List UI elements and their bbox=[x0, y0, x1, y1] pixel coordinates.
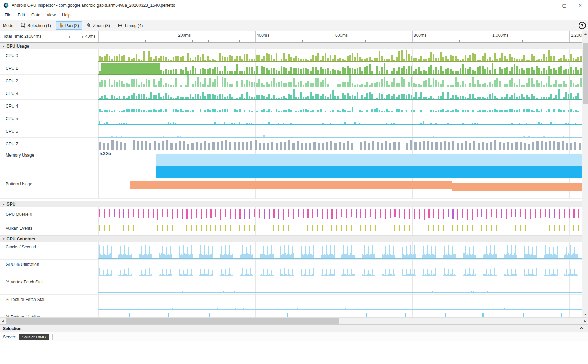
section-label: GPU Counters bbox=[7, 236, 35, 241]
track-row-memory-usage: Memory Usage5.3Gb bbox=[0, 150, 582, 179]
track-canvas-vertex-fetch-stall[interactable] bbox=[98, 277, 582, 294]
track-canvas-gpu-utilization[interactable] bbox=[98, 260, 582, 277]
track-label: % Vertex Fetch Stall bbox=[0, 277, 98, 294]
track-canvas-cpu-4[interactable] bbox=[98, 100, 582, 112]
ruler-minor-tick bbox=[271, 40, 271, 42]
collapse-up-icon[interactable] bbox=[579, 327, 584, 330]
track-label: GPU Queue 0 bbox=[0, 207, 98, 221]
track-canvas-cpu-1[interactable] bbox=[98, 62, 582, 74]
total-time-label: Total Time: 2s084ms bbox=[3, 34, 41, 39]
close-button[interactable]: ✕ bbox=[572, 0, 588, 11]
window-controls: – ▢ ✕ bbox=[541, 0, 588, 11]
track-canvas-clocks-second[interactable] bbox=[98, 242, 582, 259]
menu-file[interactable]: File bbox=[1, 11, 14, 20]
mode-button-zoom[interactable]: Zoom (3) bbox=[83, 21, 113, 30]
status-separator bbox=[52, 334, 53, 340]
mode-button-pan[interactable]: Pan (2) bbox=[56, 21, 82, 30]
mode-label: Mode: bbox=[3, 23, 14, 28]
mode-button-selection[interactable]: Selection (1) bbox=[18, 21, 54, 30]
ruler-minor-tick bbox=[475, 40, 475, 42]
ruler-minor-tick bbox=[208, 40, 209, 42]
track-row-texture-l1-miss: % Texture L1 Miss bbox=[0, 312, 582, 317]
ruler-time-label: 200ms bbox=[178, 33, 191, 38]
horizontal-scroll-thumb[interactable] bbox=[6, 318, 339, 324]
ruler-time-label: 400ms bbox=[257, 33, 269, 38]
help-icon: ? bbox=[581, 23, 583, 28]
zoom-scale-widget[interactable] bbox=[69, 36, 83, 38]
track-canvas-vulkan-events[interactable] bbox=[98, 221, 582, 235]
track-label: % Texture L1 Miss bbox=[0, 312, 98, 317]
maximize-button[interactable]: ▢ bbox=[556, 0, 572, 11]
ruler-left-panel: Total Time: 2s084ms 40ms bbox=[0, 31, 98, 42]
track-label: Vulkan Events bbox=[0, 221, 98, 235]
track-canvas-cpu-5[interactable] bbox=[98, 112, 582, 125]
collapse-arrow-icon[interactable]: ▾ bbox=[3, 237, 5, 241]
selection-panel-header[interactable]: Selection bbox=[0, 324, 588, 332]
timeline: ▾CPU UsageCPU 0CPU 1CPU 2CPU 3CPU 4CPU 5… bbox=[0, 43, 582, 317]
help-button[interactable]: ? bbox=[579, 22, 586, 29]
memory-value-label: 5.3Gb bbox=[100, 151, 111, 156]
ruler-gridline bbox=[255, 31, 256, 42]
menu-edit[interactable]: Edit bbox=[14, 11, 28, 20]
scroll-down-arrow-icon[interactable] bbox=[582, 311, 588, 317]
ruler-minor-tick bbox=[428, 40, 428, 42]
track-row-texture-fetch-stall: % Texture Fetch Stall bbox=[0, 295, 582, 312]
track-label: GPU % Utilization bbox=[0, 260, 98, 277]
track-canvas-cpu-7[interactable] bbox=[98, 138, 582, 150]
ruler-scale[interactable]: 200ms400ms600ms800ms1,000ms1,200ms bbox=[98, 31, 582, 42]
track-canvas-cpu-6[interactable] bbox=[98, 125, 582, 137]
track-canvas-texture-l1-miss[interactable] bbox=[98, 312, 582, 317]
pan-icon bbox=[59, 23, 63, 28]
track-row-cpu-7: CPU 7 bbox=[0, 138, 582, 150]
minimize-button[interactable]: – bbox=[541, 0, 556, 11]
scroll-left-arrow-icon[interactable] bbox=[0, 318, 6, 324]
vertical-scrollbar[interactable] bbox=[582, 31, 588, 317]
timeline-ruler: Total Time: 2s084ms 40ms 200ms400ms600ms… bbox=[0, 31, 588, 43]
track-canvas-memory-usage[interactable]: 5.3Gb bbox=[98, 150, 582, 179]
section-header-gpu-counters[interactable]: ▾GPU Counters bbox=[0, 235, 582, 242]
track-canvas-battery-usage[interactable] bbox=[98, 179, 582, 198]
horizontal-scrollbar[interactable] bbox=[0, 317, 588, 324]
ruler-minor-tick bbox=[239, 40, 240, 42]
mode-button-timing[interactable]: Timing (4) bbox=[115, 21, 146, 30]
collapse-arrow-icon[interactable]: ▾ bbox=[3, 44, 5, 48]
timing-icon bbox=[118, 23, 122, 28]
ruler-gridline bbox=[177, 31, 177, 42]
track-label: CPU 1 bbox=[0, 62, 98, 74]
ruler-minor-tick bbox=[130, 40, 130, 42]
ruler-gridline bbox=[569, 31, 570, 42]
track-label: CPU 4 bbox=[0, 100, 98, 112]
track-row-clocks-second: Clocks / Second bbox=[0, 242, 582, 260]
track-row-battery-usage: Battery Usage bbox=[0, 179, 582, 199]
ruler-minor-tick bbox=[507, 40, 507, 42]
menu-goto[interactable]: Goto bbox=[28, 11, 43, 20]
track-row-cpu-6: CPU 6 bbox=[0, 125, 582, 138]
ruler-minor-tick bbox=[538, 40, 538, 42]
track-canvas-gpu-queue-0[interactable] bbox=[98, 207, 582, 221]
track-canvas-cpu-3[interactable] bbox=[98, 87, 582, 99]
titlebar: Android GPU Inspector - com.google.andro… bbox=[0, 0, 588, 11]
track-label: Battery Usage bbox=[0, 179, 98, 198]
section-header-cpu-usage[interactable]: ▾CPU Usage bbox=[0, 43, 582, 49]
menu-view[interactable]: View bbox=[43, 11, 59, 20]
window-title: Android GPU Inspector - com.google.andro… bbox=[12, 3, 175, 8]
collapse-arrow-icon[interactable]: ▾ bbox=[3, 202, 5, 206]
vertical-scroll-thumb[interactable] bbox=[583, 43, 588, 104]
ruler-minor-tick bbox=[459, 40, 460, 42]
track-label: Memory Usage bbox=[0, 150, 98, 179]
ruler-minor-tick bbox=[381, 40, 381, 42]
track-canvas-cpu-0[interactable] bbox=[98, 49, 582, 62]
track-label: CPU 7 bbox=[0, 138, 98, 150]
track-label: CPU 6 bbox=[0, 125, 98, 137]
track-canvas-texture-fetch-stall[interactable] bbox=[98, 295, 582, 312]
track-canvas-cpu-2[interactable] bbox=[98, 75, 582, 87]
ruler-minor-tick bbox=[145, 40, 146, 42]
scroll-right-arrow-icon[interactable] bbox=[582, 318, 588, 324]
scroll-up-arrow-icon[interactable] bbox=[582, 31, 588, 37]
ruler-minor-tick bbox=[522, 40, 523, 42]
server-memory-badge: 5MB of 18MB bbox=[19, 334, 49, 340]
section-header-gpu[interactable]: ▾GPU bbox=[0, 201, 582, 207]
statusbar: Server: 5MB of 18MB bbox=[0, 332, 588, 341]
menu-help[interactable]: Help bbox=[59, 11, 74, 20]
ruler-minor-tick bbox=[161, 40, 161, 42]
